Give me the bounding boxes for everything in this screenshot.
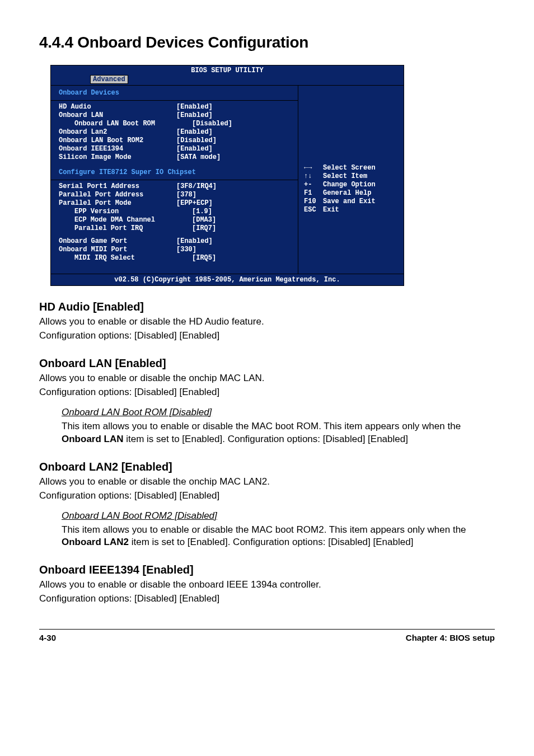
text-fragment: This item allows you to enable or disabl… bbox=[62, 524, 466, 535]
bios-setting-value[interactable]: [1.9] bbox=[192, 208, 292, 216]
bios-setting-label: Silicon Image Mode bbox=[59, 153, 176, 162]
bios-legend-row: ESCExit bbox=[304, 206, 399, 214]
bios-legend-desc: Select Item bbox=[323, 172, 367, 181]
bios-copyright: v02.58 (C)Copyright 1985-2005, American … bbox=[51, 274, 404, 285]
bios-legend-desc: Save and Exit bbox=[323, 198, 376, 206]
text-onboard-lan2-1: Allows you to enable or disable the onch… bbox=[39, 476, 495, 489]
bios-legend-row: ←→Select Screen bbox=[304, 164, 399, 172]
bios-legend-row: ↑↓Select Item bbox=[304, 172, 399, 181]
bios-legend-row: F10Save and Exit bbox=[304, 198, 399, 206]
bios-setting-value[interactable]: [EPP+ECP] bbox=[176, 199, 292, 208]
chapter-label: Chapter 4: BIOS setup bbox=[406, 633, 495, 642]
text-fragment: item is set to [Enabled]. Configuration … bbox=[129, 537, 413, 547]
bios-setting-label: Onboard LAN Boot ROM bbox=[59, 120, 192, 128]
bios-setting-row[interactable]: Onboard Lan2[Enabled] bbox=[59, 128, 292, 137]
bios-setting-value[interactable]: [Enabled] bbox=[176, 237, 292, 246]
bios-panel: BIOS SETUP UTILITY Advanced Onboard Devi… bbox=[50, 65, 404, 286]
bios-setting-label: Parallel Port IRQ bbox=[59, 224, 192, 233]
text-onboard-lan-1: Allows you to enable or disable the onch… bbox=[39, 372, 495, 385]
bios-setting-value[interactable]: [330] bbox=[176, 246, 292, 254]
bios-legend-desc: Exit bbox=[323, 206, 339, 214]
heading-onboard-lan: Onboard LAN [Enabled] bbox=[39, 357, 495, 370]
section-heading: 4.4.4 Onboard Devices Configuration bbox=[39, 34, 495, 51]
bios-setting-row[interactable]: Onboard MIDI Port[330] bbox=[59, 246, 292, 254]
bios-setting-label: Onboard Game Port bbox=[59, 237, 176, 246]
bios-setting-value[interactable]: [Enabled] bbox=[176, 128, 292, 137]
bios-setting-value[interactable]: [IRQ5] bbox=[192, 254, 292, 262]
bios-legend-key: ←→ bbox=[304, 164, 323, 172]
bios-setting-row[interactable]: ECP Mode DMA Channel[DMA3] bbox=[59, 216, 292, 224]
bios-tab-row: Advanced bbox=[90, 75, 404, 84]
bios-setting-value[interactable]: [DMA3] bbox=[192, 216, 292, 224]
bios-legend-row: +-Change Option bbox=[304, 181, 399, 189]
bios-setting-row[interactable]: Parallel Port Address[378] bbox=[59, 191, 292, 199]
bios-setting-label: Onboard IEEE1394 bbox=[59, 145, 176, 153]
bios-setting-row[interactable]: Serial Port1 Address[3F8/IRQ4] bbox=[59, 182, 292, 191]
bios-section-label: Configure ITE8712 Super IO Chipset bbox=[59, 168, 292, 176]
bios-setting-row[interactable]: Parallel Port IRQ[IRQ7] bbox=[59, 224, 292, 233]
bios-setting-label: Serial Port1 Address bbox=[59, 182, 176, 191]
bios-setting-label: HD Audio bbox=[59, 103, 176, 111]
bios-setting-label: Onboard Lan2 bbox=[59, 128, 176, 137]
bios-setting-label: Onboard MIDI Port bbox=[59, 246, 176, 254]
text-fragment: This item allows you to enable or disabl… bbox=[62, 421, 461, 431]
bios-setting-row[interactable]: Silicon Image Mode[SATA mode] bbox=[59, 153, 292, 162]
bios-legend-pane: ←→Select Screen↑↓Select Item+-Change Opt… bbox=[298, 86, 404, 274]
bios-setting-value[interactable]: [378] bbox=[176, 191, 292, 199]
bios-setting-value[interactable]: [Disabled] bbox=[192, 120, 292, 128]
bios-setting-label: Onboard LAN Boot ROM2 bbox=[59, 137, 176, 145]
bios-setting-value[interactable]: [SATA mode] bbox=[176, 153, 292, 162]
heading-onboard-ieee1394: Onboard IEEE1394 [Enabled] bbox=[39, 564, 495, 576]
page-footer: 4-30 Chapter 4: BIOS setup bbox=[39, 629, 495, 642]
bios-setting-row[interactable]: Onboard IEEE1394[Enabled] bbox=[59, 145, 292, 153]
subheading-onboard-lan-boot-rom2: Onboard LAN Boot ROM2 [Disabled] bbox=[62, 510, 495, 522]
bios-setting-row[interactable]: Onboard LAN Boot ROM[Disabled] bbox=[59, 120, 292, 128]
bios-title: BIOS SETUP UTILITY bbox=[51, 65, 404, 74]
text-hd-audio-2: Configuration options: [Disabled] [Enabl… bbox=[39, 330, 495, 342]
bios-legend-desc: Change Option bbox=[323, 181, 376, 189]
bios-setting-row[interactable]: Parallel Port Mode[EPP+ECP] bbox=[59, 199, 292, 208]
bios-legend-desc: Select Screen bbox=[323, 164, 376, 172]
text-onboard-ieee1394-1: Allows you to enable or disable the onbo… bbox=[39, 579, 495, 591]
bios-legend-key: ESC bbox=[304, 206, 323, 214]
bios-setting-label: MIDI IRQ Select bbox=[59, 254, 192, 262]
bios-tab-advanced[interactable]: Advanced bbox=[90, 75, 128, 84]
bios-setting-value[interactable]: [Enabled] bbox=[176, 111, 292, 120]
heading-onboard-lan2: Onboard LAN2 [Enabled] bbox=[39, 461, 495, 473]
bios-legend-key: F1 bbox=[304, 189, 323, 198]
bios-legend-key: F10 bbox=[304, 198, 323, 206]
bios-setting-row[interactable]: EPP Version[1.9] bbox=[59, 208, 292, 216]
subheading-onboard-lan-boot-rom: Onboard LAN Boot ROM [Disabled] bbox=[62, 407, 495, 418]
bios-legend-key: ↑↓ bbox=[304, 172, 323, 181]
bios-left-pane: Onboard Devices HD Audio[Enabled]Onboard… bbox=[51, 86, 298, 274]
bios-setting-row[interactable]: Onboard Game Port[Enabled] bbox=[59, 237, 292, 246]
text-onboard-lan-boot-rom: This item allows you to enable or disabl… bbox=[62, 420, 495, 446]
bios-setting-label: Parallel Port Address bbox=[59, 191, 176, 199]
bios-legend-key: +- bbox=[304, 181, 323, 189]
text-onboard-lan-boot-rom2: This item allows you to enable or disabl… bbox=[62, 524, 495, 550]
text-onboard-lan-2: Configuration options: [Disabled] [Enabl… bbox=[39, 386, 495, 399]
text-onboard-ieee1394-2: Configuration options: [Disabled] [Enabl… bbox=[39, 593, 495, 605]
bios-setting-row[interactable]: Onboard LAN[Enabled] bbox=[59, 111, 292, 120]
bios-setting-label: EPP Version bbox=[59, 208, 192, 216]
bold-onboard-lan2: Onboard LAN2 bbox=[62, 537, 129, 547]
bios-setting-row[interactable]: MIDI IRQ Select[IRQ5] bbox=[59, 254, 292, 262]
heading-hd-audio: HD Audio [Enabled] bbox=[39, 300, 495, 313]
bios-setting-label: ECP Mode DMA Channel bbox=[59, 216, 192, 224]
bios-legend-row: F1General Help bbox=[304, 189, 399, 198]
text-hd-audio-1: Allows you to enable or disable the HD A… bbox=[39, 316, 495, 328]
page-number: 4-30 bbox=[39, 633, 56, 642]
bios-legend-desc: General Help bbox=[323, 189, 371, 198]
bios-panel-heading: Onboard Devices bbox=[59, 89, 292, 97]
text-onboard-lan2-2: Configuration options: [Disabled] [Enabl… bbox=[39, 490, 495, 503]
text-fragment: item is set to [Enabled]. Configuration … bbox=[124, 434, 408, 444]
bios-setting-row[interactable]: Onboard LAN Boot ROM2[Disabled] bbox=[59, 137, 292, 145]
bios-setting-value[interactable]: [Enabled] bbox=[176, 103, 292, 111]
bios-setting-label: Onboard LAN bbox=[59, 111, 176, 120]
bios-setting-value[interactable]: [IRQ7] bbox=[192, 224, 292, 233]
bios-setting-label: Parallel Port Mode bbox=[59, 199, 176, 208]
bios-setting-row[interactable]: HD Audio[Enabled] bbox=[59, 103, 292, 111]
bios-setting-value[interactable]: [3F8/IRQ4] bbox=[176, 182, 292, 191]
bios-setting-value[interactable]: [Disabled] bbox=[176, 137, 292, 145]
bios-setting-value[interactable]: [Enabled] bbox=[176, 145, 292, 153]
